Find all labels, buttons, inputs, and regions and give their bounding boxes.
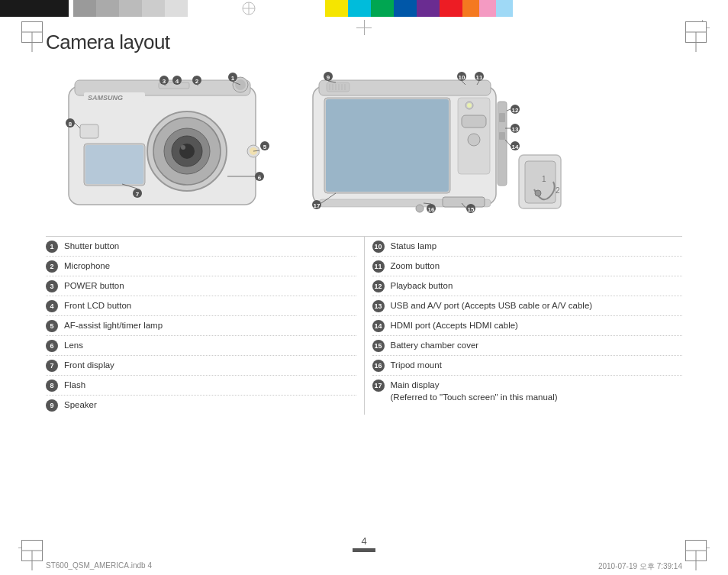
- svg-rect-47: [326, 99, 449, 192]
- label-num-9: 9: [46, 399, 58, 412]
- reg-corner-tr: [685, 21, 707, 43]
- label-row-7: 7 Front display: [46, 356, 356, 376]
- page-number-bar: [353, 548, 375, 552]
- svg-rect-14: [80, 124, 98, 138]
- svg-text:17: 17: [314, 202, 321, 209]
- label-num-12: 12: [372, 280, 385, 292]
- label-text-17: Main displayMain display (Referred to "T…: [391, 379, 558, 403]
- label-row-4: 4 Front LCD button: [46, 296, 356, 316]
- label-row-12: 12 Playback button: [372, 276, 683, 296]
- label-text-15: Battery chamber cover: [391, 339, 479, 351]
- label-row-3: 3 POWER button: [46, 276, 356, 296]
- label-text-13: USB and A/V port (Accepts USB cable or A…: [391, 299, 593, 312]
- label-text-14: HDMI port (Accepts HDMI cable): [391, 319, 518, 331]
- label-row-15: 15 Battery chamber cover: [372, 336, 683, 356]
- reg-corner-bl: [21, 540, 43, 561]
- label-row-1: 1 Shutter button: [46, 237, 356, 257]
- label-num-2: 2: [46, 260, 58, 273]
- label-row-13: 13 USB and A/V port (Accepts USB cable o…: [372, 296, 683, 316]
- label-row-11: 11 Zoom button: [372, 257, 683, 276]
- svg-text:13: 13: [512, 126, 519, 133]
- label-text-11: Zoom button: [391, 260, 440, 272]
- label-row-2: 2 Microphone: [46, 257, 356, 276]
- svg-text:11: 11: [476, 74, 483, 81]
- label-row-17: 17 Main displayMain display (Referred to…: [372, 376, 683, 406]
- label-row-6: 6 Lens: [46, 336, 356, 356]
- label-num-10: 10: [372, 241, 385, 253]
- footer-right: 2010-07-19 오후 7:39:14: [598, 561, 682, 572]
- svg-text:15: 15: [468, 206, 475, 213]
- svg-text:SAMSUNG: SAMSUNG: [88, 94, 123, 102]
- svg-point-61: [535, 190, 541, 196]
- camera-back-diagram: 1 2 9 10 11: [298, 63, 580, 224]
- labels-right: 10 Status lamp 11 Zoom button 12 Playbac…: [365, 237, 683, 415]
- label-num-4: 4: [46, 300, 58, 312]
- label-row-14: 14 HDMI port (Accepts HDMI cable): [372, 316, 683, 336]
- svg-rect-51: [462, 115, 486, 128]
- label-num-1: 1: [46, 241, 58, 253]
- svg-text:16: 16: [428, 206, 435, 213]
- label-text-10: Status lamp: [391, 240, 437, 252]
- svg-text:14: 14: [512, 144, 519, 150]
- label-num-14: 14: [372, 320, 385, 332]
- label-num-11: 11: [372, 260, 385, 273]
- svg-point-52: [468, 134, 480, 146]
- footer-left: ST600_QSM_AMERICA.indb 4: [46, 561, 152, 572]
- label-num-7: 7: [46, 360, 58, 372]
- label-row-8: 8 Flash: [46, 376, 356, 396]
- label-num-8: 8: [46, 380, 58, 392]
- camera-front-diagram: SAMSUNG: [46, 63, 282, 224]
- svg-point-50: [467, 103, 472, 108]
- label-num-3: 3: [46, 280, 58, 292]
- page-number: 4: [353, 535, 375, 552]
- label-text-8: Flash: [64, 379, 85, 391]
- cameras-row: SAMSUNG: [46, 63, 682, 224]
- reg-corner-br: [685, 540, 707, 561]
- svg-text:2: 2: [556, 186, 560, 195]
- svg-rect-16: [85, 145, 143, 184]
- label-num-15: 15: [372, 340, 385, 352]
- page-title: Camera layout: [46, 31, 682, 54]
- reg-corner-tl: [21, 21, 43, 43]
- svg-text:9: 9: [327, 74, 330, 81]
- svg-text:1: 1: [231, 75, 235, 82]
- label-text-2: Microphone: [64, 260, 110, 272]
- label-text-4: Front LCD button: [64, 299, 131, 312]
- svg-text:10: 10: [459, 74, 465, 81]
- label-text-7: Front display: [64, 359, 114, 371]
- label-num-17: 17: [372, 380, 385, 392]
- svg-text:12: 12: [512, 107, 519, 114]
- label-text-12: Playback button: [391, 279, 453, 292]
- label-text-3: POWER button: [64, 279, 124, 292]
- label-row-10: 10 Status lamp: [372, 237, 683, 257]
- label-text-16: Tripod mount: [391, 359, 442, 371]
- svg-text:3: 3: [163, 78, 166, 85]
- svg-point-58: [416, 205, 424, 212]
- svg-text:4: 4: [176, 78, 179, 85]
- svg-rect-54: [499, 113, 505, 122]
- label-text-9: Speaker: [64, 399, 97, 411]
- color-bar: [0, 0, 728, 17]
- label-text-1: Shutter button: [64, 240, 119, 252]
- label-text-5: AF-assist light/timer lamp: [64, 319, 163, 331]
- label-row-5: 5 AF-assist light/timer lamp: [46, 316, 356, 336]
- svg-text:2: 2: [195, 78, 199, 85]
- svg-text:5: 5: [263, 144, 267, 150]
- label-text-6: Lens: [64, 339, 83, 351]
- label-num-5: 5: [46, 320, 58, 332]
- svg-rect-64: [327, 82, 350, 92]
- labels-section: 1 Shutter button 2 Microphone 3 POWER bu…: [46, 236, 682, 415]
- label-num-6: 6: [46, 340, 58, 352]
- svg-point-13: [181, 145, 185, 150]
- main-content: Camera layout SAMSUNG: [46, 31, 682, 552]
- label-row-16: 16 Tripod mount: [372, 356, 683, 376]
- labels-left: 1 Shutter button 2 Microphone 3 POWER bu…: [46, 237, 365, 415]
- svg-text:6: 6: [258, 174, 262, 181]
- svg-text:7: 7: [136, 191, 140, 198]
- label-num-13: 13: [372, 300, 385, 312]
- svg-rect-60: [525, 161, 556, 203]
- svg-line-92: [507, 109, 511, 111]
- label-num-16: 16: [372, 360, 385, 372]
- svg-rect-55: [499, 132, 505, 140]
- label-row-9: 9 Speaker: [46, 396, 356, 415]
